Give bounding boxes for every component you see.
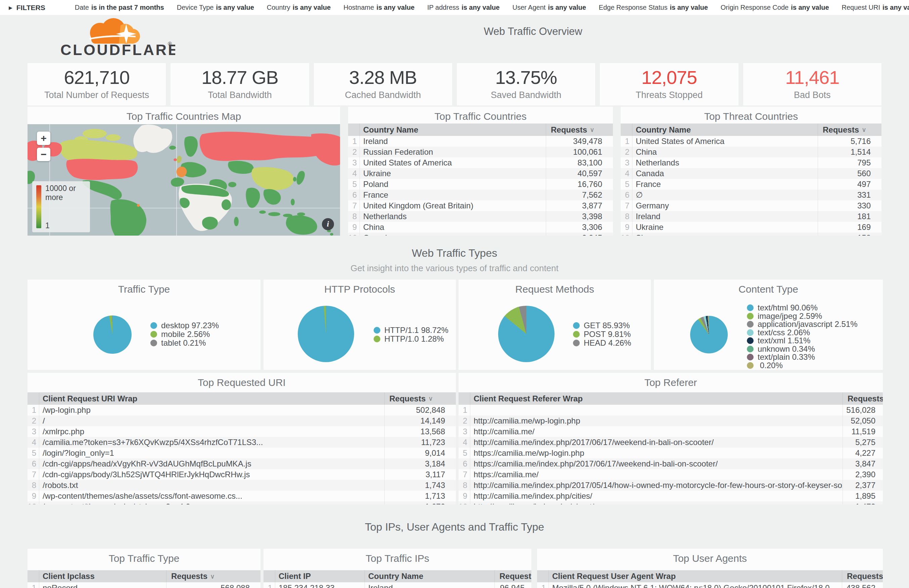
filter-item[interactable]: Dateis in the past 7 months xyxy=(75,4,164,11)
country-name-cell: Ukraine xyxy=(360,168,546,179)
requests-cell: 4,227 xyxy=(843,448,883,459)
legend-item[interactable]: HTTP/1.0 1.28% xyxy=(374,334,449,343)
row-index: 6 xyxy=(459,459,470,468)
row-index: 7 xyxy=(348,201,360,210)
requests-cell: 2,245 xyxy=(546,233,613,236)
legend-item[interactable]: text/plain 0.33% xyxy=(747,353,857,362)
column-header-referer[interactable]: Client Request Referer Wrap xyxy=(470,393,843,405)
row-index: 1 xyxy=(348,137,360,146)
row-index: 3 xyxy=(27,427,39,436)
referer-cell: https://camilia.me/wp-login.php xyxy=(470,448,843,459)
referer-cell: https://camilia.me/index.php/2017/06/17/… xyxy=(470,459,843,469)
user-agent-cell: Mozilla/5.0 (Windows NT 6.1; WOW64; rv:1… xyxy=(549,582,842,588)
row-index: 8 xyxy=(459,481,470,490)
map-info-button[interactable]: i xyxy=(322,218,334,230)
column-header-requests[interactable]: Requests∨ xyxy=(384,393,456,405)
requests-cell: 2,390 xyxy=(843,469,883,480)
table-row: 1 Ireland 349,478 xyxy=(348,136,613,147)
filter-value: is any value xyxy=(216,4,254,11)
map-zoom-in-button[interactable]: + xyxy=(37,132,50,145)
country-name-cell: United Kingdom (Great Britain) xyxy=(360,200,546,211)
kpi-value: 11,461 xyxy=(743,67,882,88)
legend-item[interactable]: POST 9.81% xyxy=(573,330,631,339)
panel-traffic-countries-map: Top Traffic Countries Map xyxy=(27,107,340,236)
table-row: 1 Mozilla/5.0 (Windows NT 6.1; WOW64; rv… xyxy=(537,582,883,588)
column-header-requests[interactable]: Requests∨ xyxy=(494,570,531,582)
country-name-cell: Germany xyxy=(632,200,818,211)
requests-cell: 516,028 xyxy=(843,405,883,415)
column-header-ipclass[interactable]: Client Ipclass xyxy=(39,570,166,582)
filter-item[interactable]: Hostnameis any value xyxy=(343,4,415,11)
requests-cell: 169 xyxy=(818,222,882,233)
requests-cell: 9,014 xyxy=(384,448,456,459)
table-header: Client Request Referer Wrap Requests∨ xyxy=(459,393,883,405)
legend-item[interactable]: unknown 0.34% xyxy=(747,345,857,354)
map-zoom-out-button[interactable]: − xyxy=(37,148,50,161)
panel-title: Request Methods xyxy=(459,284,651,295)
requests-cell: 11,723 xyxy=(384,437,456,448)
column-header-country-name[interactable]: Country Name xyxy=(360,123,546,136)
filter-value: is any value xyxy=(883,4,909,11)
legend-label: tablet xyxy=(161,338,181,348)
requests-cell: 5,716 xyxy=(818,136,882,147)
filter-item[interactable]: IP addressis any value xyxy=(427,4,500,11)
filter-field: Device Type xyxy=(177,4,214,11)
kpi-label: Cached Bandwidth xyxy=(314,90,452,100)
legend-item[interactable]: application/javascript 2.51% xyxy=(747,320,857,329)
legend-item[interactable]: text/html 90.06% xyxy=(747,304,857,312)
column-header-requests[interactable]: Requests∨ xyxy=(842,570,883,582)
uri-cell: /cdn-cgi/apps/head/xVgyKhR-vV3dAUGhMqfBc… xyxy=(39,459,384,469)
column-header-requests[interactable]: Requests∨ xyxy=(843,393,883,405)
legend-dot xyxy=(150,340,157,346)
filter-item[interactable]: User Agentis any value xyxy=(512,4,586,11)
table-row: 1 noRecord 568,088 xyxy=(27,582,260,588)
column-header-uri[interactable]: Client Request URI Wrap xyxy=(39,393,384,405)
column-header-client-ip[interactable]: Client IP xyxy=(275,570,365,582)
filter-value: is any value xyxy=(548,4,586,11)
column-header-country-name[interactable]: Country Name xyxy=(365,570,494,582)
column-header-country-name[interactable]: Country Name xyxy=(632,123,818,136)
legend-item[interactable]: mobile 2.56% xyxy=(150,330,219,339)
row-index: 1 xyxy=(27,583,39,588)
panel-title: Content Type xyxy=(654,284,883,295)
referer-cell: http://camilia.me/index.php/2017/06/17/w… xyxy=(470,437,843,448)
legend-item[interactable]: 0.20% xyxy=(747,362,857,370)
legend-item[interactable]: image/jpeg 2.59% xyxy=(747,312,857,320)
legend-value: 2.51% xyxy=(835,320,857,329)
filters-expander[interactable]: ▶ FILTERS xyxy=(9,4,45,12)
filter-field: Hostname xyxy=(343,4,374,11)
requests-cell: 40,597 xyxy=(546,168,613,179)
country-name-cell: Netherlands xyxy=(632,157,818,168)
legend-item[interactable]: desktop 97.23% xyxy=(150,321,219,330)
column-header-requests[interactable]: Requests∨ xyxy=(166,570,260,582)
table-row: 4 /camilia.me?token=s3+7k6XQvKwzp5/4XSs4… xyxy=(27,437,456,448)
legend-item[interactable]: HTTP/1.1 98.72% xyxy=(374,326,449,334)
legend-dot xyxy=(747,313,754,320)
legend-value: 4.26% xyxy=(608,338,631,348)
column-header-requests[interactable]: Requests∨ xyxy=(546,123,613,136)
chart-legend: HTTP/1.1 98.72% HTTP/1.0 1.28% xyxy=(374,326,449,343)
column-header-user-agent[interactable]: Client Request User Agent Wrap xyxy=(549,570,842,582)
filter-item[interactable]: Edge Response Statusis any value xyxy=(599,4,708,11)
requests-cell: 3,398 xyxy=(546,211,613,222)
legend-label: GET xyxy=(584,321,600,330)
country-name-cell: Ireland xyxy=(360,136,546,147)
filter-item[interactable]: Request URIis any value xyxy=(842,4,909,11)
legend-item[interactable]: text/css 2.06% xyxy=(747,329,857,337)
column-header-requests[interactable]: Requests∨ xyxy=(818,123,882,136)
panel-top-requested-uri: Top Requested URI Client Request URI Wra… xyxy=(27,373,456,504)
legend-value: 0.33% xyxy=(792,352,815,362)
world-map[interactable]: + − 10000 or more 1 i xyxy=(27,124,340,236)
legend-item[interactable]: text/xml 1.51% xyxy=(747,337,857,345)
legend-item[interactable]: tablet 0.21% xyxy=(150,339,219,347)
row-index: 5 xyxy=(27,448,39,458)
filter-item[interactable]: Countryis any value xyxy=(267,4,331,11)
filter-item[interactable]: Origin Response Codeis any value xyxy=(721,4,829,11)
filter-item[interactable]: Device Typeis any value xyxy=(177,4,254,11)
sort-caret-icon: ∨ xyxy=(862,126,866,134)
kpi-card: 13.75% Saved Bandwidth xyxy=(457,63,595,105)
chart-legend: text/html 90.06% image/jpeg 2.59% applic… xyxy=(747,304,857,370)
legend-item[interactable]: HEAD 4.26% xyxy=(573,339,631,347)
panel-request-methods: Request Methods GET 85.93% POST 9.81% HE… xyxy=(459,279,651,370)
legend-item[interactable]: GET 85.93% xyxy=(573,321,631,330)
